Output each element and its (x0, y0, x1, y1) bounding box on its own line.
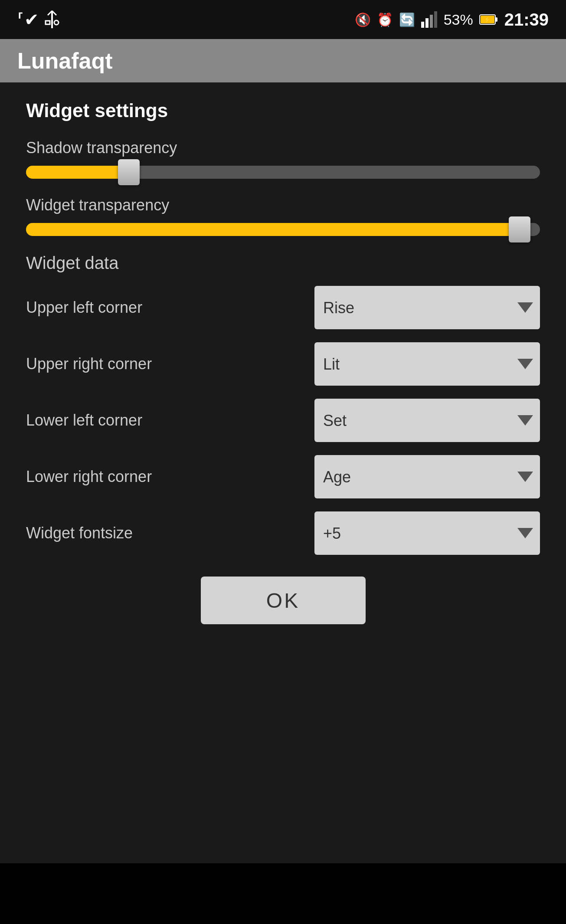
shadow-transparency-slider[interactable] (26, 166, 540, 179)
battery-icon: ⚡ (479, 13, 498, 26)
lower-left-select[interactable]: Rise Set Lit Age Phase (314, 399, 540, 442)
svg-rect-3 (46, 21, 50, 24)
lower-left-row: Lower left corner Rise Set Lit Age Phase (26, 399, 540, 442)
lower-right-select[interactable]: Rise Set Lit Age Phase (314, 455, 540, 498)
widget-fontsize-row: Widget fontsize -5 -4 -3 -2 -1 0 +1 +2 +… (26, 511, 540, 555)
battery-percent: 53% (444, 11, 473, 28)
upper-left-dropdown-wrapper[interactable]: Rise Set Lit Age Phase (314, 286, 540, 329)
lower-right-dropdown-wrapper[interactable]: Rise Set Lit Age Phase (314, 455, 540, 498)
svg-rect-5 (421, 22, 424, 28)
shadow-slider-track (26, 166, 540, 179)
upper-right-select[interactable]: Rise Set Lit Age Phase (314, 342, 540, 386)
widget-fontsize-label: Widget fontsize (26, 524, 314, 542)
lower-right-label: Lower right corner (26, 468, 314, 486)
widget-transparency-slider[interactable] (26, 223, 540, 236)
shadow-slider-thumb[interactable] (118, 159, 140, 185)
svg-text:⚡: ⚡ (484, 16, 491, 23)
widget-transparency-label: Widget transparency (26, 196, 540, 214)
signal-icon (421, 11, 438, 28)
usb-icon-svg (43, 9, 61, 30)
upper-left-select[interactable]: Rise Set Lit Age Phase (314, 286, 540, 329)
lower-right-row: Lower right corner Rise Set Lit Age Phas… (26, 455, 540, 498)
ok-button-wrapper: OK (26, 577, 540, 624)
shadow-transparency-label: Shadow transparency (26, 139, 540, 157)
lower-left-label: Lower left corner (26, 411, 314, 429)
status-icons: 🔇 ⏰ 🔄 53% ⚡ 21:39 (355, 10, 549, 29)
upper-right-label: Upper right corner (26, 355, 314, 373)
widget-slider-fill (26, 223, 520, 236)
status-bar: ⸢✔ 🔇 ⏰ 🔄 53% ⚡ (0, 0, 566, 39)
widget-slider-track (26, 223, 540, 236)
widget-fontsize-dropdown-wrapper[interactable]: -5 -4 -3 -2 -1 0 +1 +2 +3 +4 +5 (314, 511, 540, 555)
status-bar-left: ⸢✔ (17, 9, 61, 30)
main-content: Widget settings Shadow transparency Widg… (0, 82, 566, 863)
time-display: 21:39 (504, 10, 549, 29)
svg-rect-7 (430, 15, 433, 28)
widget-fontsize-select[interactable]: -5 -4 -3 -2 -1 0 +1 +2 +3 +4 +5 (314, 511, 540, 555)
usb-icon: ⸢✔ (17, 10, 39, 29)
svg-point-4 (54, 20, 59, 25)
lower-left-dropdown-wrapper[interactable]: Rise Set Lit Age Phase (314, 399, 540, 442)
widget-slider-thumb[interactable] (509, 216, 530, 242)
section-title: Widget settings (26, 100, 540, 121)
sync-icon: 🔄 (399, 12, 415, 27)
title-bar: Lunafaqt (0, 39, 566, 82)
upper-right-row: Upper right corner Rise Set Lit Age Phas… (26, 342, 540, 386)
widget-data-label: Widget data (26, 253, 540, 273)
shadow-slider-fill (26, 166, 129, 179)
svg-rect-10 (495, 17, 497, 22)
svg-rect-6 (425, 18, 429, 28)
ok-button[interactable]: OK (201, 577, 366, 624)
alarm-icon: ⏰ (377, 12, 393, 27)
svg-rect-8 (434, 11, 437, 28)
upper-left-row: Upper left corner Rise Set Lit Age Phase (26, 286, 540, 329)
upper-right-dropdown-wrapper[interactable]: Rise Set Lit Age Phase (314, 342, 540, 386)
upper-left-label: Upper left corner (26, 298, 314, 317)
mute-icon: 🔇 (355, 12, 371, 27)
app-title: Lunafaqt (17, 48, 113, 74)
